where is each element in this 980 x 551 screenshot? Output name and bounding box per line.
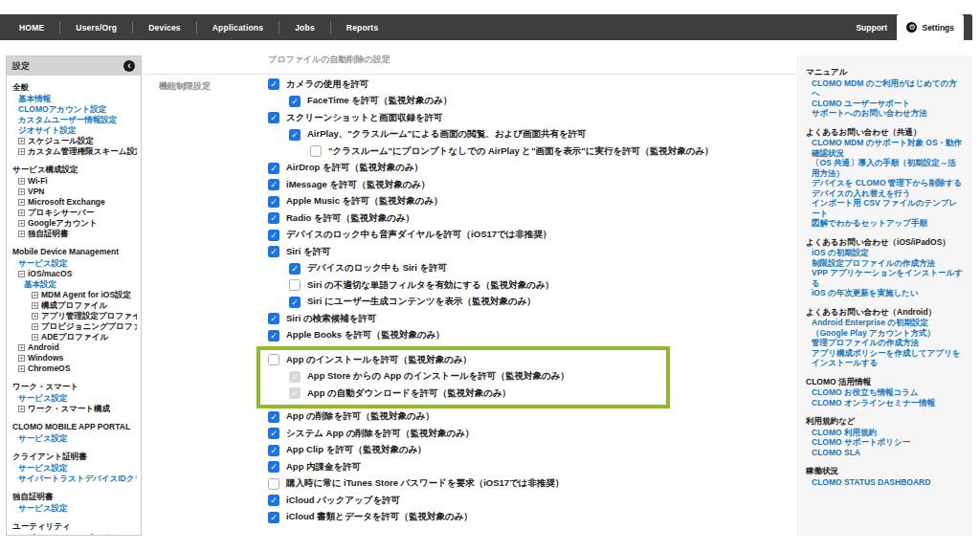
sidebar-item[interactable]: +ChromeOS xyxy=(12,364,137,374)
checkbox-label[interactable]: スクリーンショットと画面収録を許可 xyxy=(286,112,443,124)
expand-icon[interactable]: + xyxy=(32,323,38,330)
expand-icon[interactable]: + xyxy=(18,138,25,144)
checkbox-label[interactable]: App Clip を許可（監視対象のみ） xyxy=(286,444,427,456)
checkbox-label[interactable]: "クラスルーム"にプロンプトなしでの AirPlay と"画面を表示"に実行を許… xyxy=(328,145,714,158)
checkbox-label[interactable]: FaceTime を許可（監視対象のみ） xyxy=(307,95,452,107)
help-link[interactable]: CLOMO MDM のサポート対象 OS・動作確認状況 xyxy=(806,138,963,158)
checkbox-label[interactable]: システム App の削除を許可（監視対象のみ） xyxy=(286,428,475,440)
sidebar-item[interactable]: +Android xyxy=(12,342,137,353)
checkbox[interactable] xyxy=(310,145,322,157)
checkbox-label[interactable]: Siri の検索候補を許可 xyxy=(286,313,376,325)
help-link[interactable]: デバイスの入れ替えを行う xyxy=(806,188,963,199)
help-link[interactable]: デバイスを CLOMO 管理下から削除する xyxy=(806,178,963,188)
expand-icon[interactable]: + xyxy=(18,148,25,155)
sidebar-item[interactable]: 基本設定 xyxy=(12,279,137,290)
checkbox-label[interactable]: AirDrop を許可（監視対象のみ） xyxy=(286,162,423,174)
help-link[interactable]: CLOMO サポートポリシー xyxy=(806,437,963,448)
sidebar-item[interactable]: カスタムユーザー情報設定 xyxy=(12,115,137,125)
sidebar-item[interactable]: +MDM Agent for iOS設定 xyxy=(12,290,137,300)
expand-icon[interactable]: + xyxy=(18,178,25,185)
tab-settings[interactable]: ⚙ Settings xyxy=(897,14,964,40)
sidebar-item[interactable]: +プロビジョニングプロファイル xyxy=(12,321,137,332)
nav-item-jobs[interactable]: Jobs xyxy=(279,23,330,33)
expand-icon[interactable]: + xyxy=(18,355,25,362)
checkbox[interactable]: ✓ xyxy=(268,112,279,123)
help-link[interactable]: 図解でわかるセットアップ手順 xyxy=(806,218,963,229)
sidebar-item[interactable]: 基本情報 xyxy=(12,94,137,104)
sidebar-item[interactable]: −iOS/macOS xyxy=(12,269,137,279)
help-link[interactable]: CLOMO ユーザーサポート xyxy=(806,99,963,109)
checkbox[interactable]: ✓ xyxy=(268,330,279,342)
sidebar-item[interactable]: +構成プロファイル xyxy=(12,300,137,311)
sidebar-item[interactable]: +Wi-Fi xyxy=(12,176,137,187)
sidebar-item[interactable]: +カスタム管理権限スキーム設定 xyxy=(12,146,137,157)
sidebar-item[interactable]: +スケジュール設定 xyxy=(12,136,137,146)
sidebar-item[interactable]: サービス設定 xyxy=(12,503,137,514)
help-link[interactable]: Android Enterprise の初期設定（Google Play アカウ… xyxy=(806,318,963,338)
checkbox[interactable]: ✓ xyxy=(289,96,301,107)
checkbox-label[interactable]: Apple Books を許可（監視対象のみ） xyxy=(286,329,445,342)
help-link[interactable]: iOS の初期設定 xyxy=(806,248,963,258)
sidebar-item[interactable]: +ワーク・スマート構成 xyxy=(12,404,137,414)
checkbox-label[interactable]: Radio を許可（監視対象のみ） xyxy=(286,212,414,225)
help-link[interactable]: CLOMO MDM のご利用がはじめての方へ xyxy=(806,78,963,99)
expand-icon[interactable]: + xyxy=(18,199,25,206)
expand-icon[interactable]: + xyxy=(18,188,25,195)
sidebar-item[interactable]: サービス設定 xyxy=(12,463,137,474)
expand-icon[interactable]: + xyxy=(32,302,38,309)
sidebar-item[interactable]: +Googleアカウント xyxy=(12,218,137,229)
nav-item-home[interactable]: HOME xyxy=(4,23,59,33)
sidebar-item[interactable]: +アプリ管理設定プロファイル xyxy=(12,311,137,321)
sidebar-item[interactable]: サービス設定 xyxy=(12,433,137,444)
help-link[interactable]: 管理プロファイルの作成方法 xyxy=(806,338,963,348)
checkbox[interactable]: ✓ xyxy=(268,512,279,523)
expand-icon[interactable]: + xyxy=(18,344,25,351)
checkbox[interactable]: ✓ xyxy=(268,230,279,241)
sidebar-collapse-button[interactable]: ‹ xyxy=(123,60,135,72)
checkbox[interactable]: ✓ xyxy=(268,179,279,190)
expand-icon[interactable]: + xyxy=(18,209,25,216)
help-link[interactable]: CLOMO STATUS DASHBOARD xyxy=(806,477,963,488)
checkbox-label[interactable]: App の削除を許可（監視対象のみ） xyxy=(286,410,434,423)
help-link[interactable]: iOS の年次更新を実施したい xyxy=(806,288,963,298)
nav-item-reports[interactable]: Reports xyxy=(331,23,394,33)
checkbox[interactable]: ✓ xyxy=(289,129,301,141)
nav-item-applications[interactable]: Applications xyxy=(197,23,278,33)
help-link[interactable]: CLOMO SLA xyxy=(806,448,963,458)
expand-icon[interactable]: + xyxy=(32,334,38,341)
checkbox[interactable]: ✓ xyxy=(268,495,279,506)
expand-icon[interactable]: + xyxy=(18,365,25,372)
help-link[interactable]: CLOMO お役立ち情報コラム xyxy=(806,387,963,398)
sidebar-item[interactable]: +プロキシサーバー xyxy=(12,208,137,218)
checkbox-label[interactable]: App のインストールを許可（監視対象のみ） xyxy=(286,354,472,366)
help-link[interactable]: 制限設定プロファイルの作成方法 xyxy=(806,258,963,269)
expand-icon[interactable]: + xyxy=(32,313,38,320)
checkbox[interactable]: ✓ xyxy=(268,428,279,439)
nav-item-support[interactable]: Support xyxy=(842,23,901,33)
help-link[interactable]: 〔OS 共通〕導入の手順（初期設定～活用方法） xyxy=(806,158,963,178)
sidebar-item[interactable]: +VPN xyxy=(12,187,137,197)
help-link[interactable]: サポートへのお問い合わせ方法 xyxy=(806,108,963,119)
sidebar-item[interactable]: サイバートラストデバイスIDクライ... xyxy=(12,474,137,484)
help-link[interactable]: アプリ構成ポリシーを作成してアプリをインストールする xyxy=(806,348,963,368)
expand-icon[interactable]: + xyxy=(18,231,25,237)
checkbox-label[interactable]: iCloud バックアップを許可 xyxy=(286,495,400,507)
checkbox[interactable]: ✓ xyxy=(268,212,279,224)
checkbox[interactable]: ✓ xyxy=(268,445,279,456)
sidebar-item[interactable]: +ADEプロファイル xyxy=(12,332,137,342)
checkbox-label[interactable]: Siri にユーザー生成コンテンツを表示（監視対象のみ） xyxy=(307,296,536,308)
checkbox[interactable] xyxy=(268,478,279,490)
checkbox[interactable]: ✓ xyxy=(289,263,301,275)
sidebar-item[interactable]: サービス設定 xyxy=(12,393,137,404)
checkbox[interactable]: ✓ xyxy=(268,196,279,208)
sidebar-item[interactable]: +Windows xyxy=(12,353,137,364)
checkbox[interactable]: ✓ xyxy=(268,163,279,174)
sidebar-item[interactable]: +独自証明書 xyxy=(12,229,137,239)
checkbox[interactable] xyxy=(268,354,279,365)
checkbox-label[interactable]: デバイスのロック中も音声ダイヤルを許可（iOS17では非推奨） xyxy=(286,229,552,241)
help-link[interactable]: インポート用 CSV ファイルのテンプレート xyxy=(806,198,963,218)
sidebar-item[interactable]: ジオサイト設定 xyxy=(12,125,137,136)
checkbox-label[interactable]: iCloud 書類とデータを許可（監視対象のみ） xyxy=(286,511,473,523)
sidebar-item[interactable]: サービス設定 xyxy=(12,258,137,269)
collapse-icon[interactable]: − xyxy=(18,271,25,277)
